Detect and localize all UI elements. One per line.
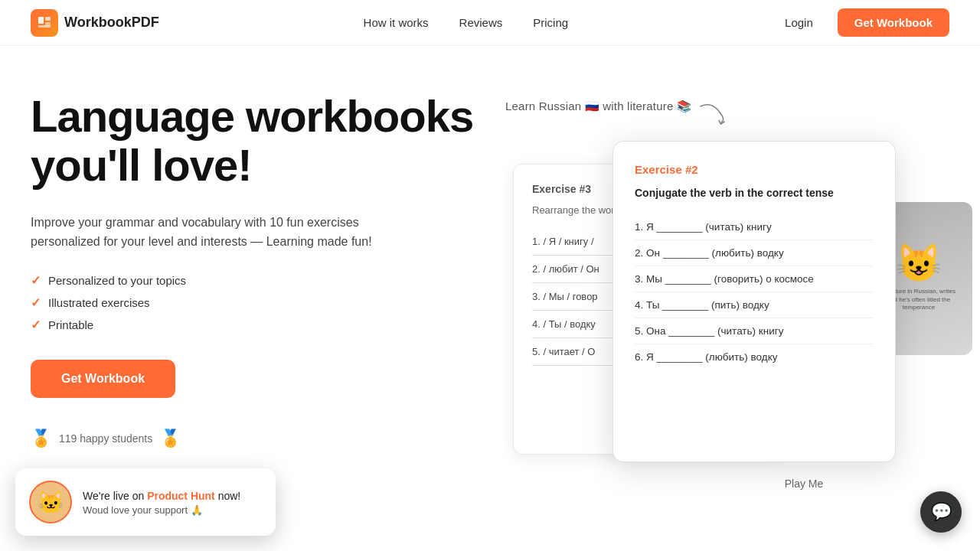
hero-right: Learn Russian 🇷🇺 with literature 📚 Exerc… xyxy=(505,92,949,490)
exercise-front-instruction: Conjugate the verb in the correct tense xyxy=(635,187,874,199)
exercise-front-number: Exercise #2 xyxy=(635,163,874,176)
check-icon-2: ✓ xyxy=(31,295,41,310)
hero-left: Language workbooks you'll love! Improve … xyxy=(31,92,475,490)
login-button[interactable]: Login xyxy=(773,10,825,35)
exercise-item-6: 6. Я ________ (любить) водку xyxy=(635,344,874,370)
exercise-item-3: 3. Мы ________ (говорить) о космосе xyxy=(635,266,874,292)
ph-toast-subtitle: Woud love your support 🙏 xyxy=(83,504,240,516)
svg-rect-0 xyxy=(38,17,44,24)
main-content: Language workbooks you'll love! Improve … xyxy=(0,46,980,520)
nav-actions: Login Get Workbook xyxy=(773,8,949,37)
check-icon-3: ✓ xyxy=(31,318,41,332)
exercise-item-4: 4. Ты ________ (пить) водку xyxy=(635,292,874,318)
learn-label: Learn Russian 🇷🇺 with literature 📚 xyxy=(505,99,691,113)
navbar: WorkbookPDF How it works Reviews Pricing… xyxy=(0,0,980,46)
ph-text-suffix: now! xyxy=(215,490,240,502)
feature-list: ✓ Personalized to your topics ✓ Illustra… xyxy=(31,273,475,332)
product-hunt-link[interactable]: Product Hunt xyxy=(147,490,215,502)
exercise-item-1: 1. Я ________ (читать) книгу xyxy=(635,214,874,240)
check-icon-1: ✓ xyxy=(31,273,41,288)
nav-how-it-works[interactable]: How it works xyxy=(364,16,429,29)
ph-text-prefix: We're live on xyxy=(83,490,147,502)
play-me-label[interactable]: Play Me xyxy=(505,478,949,490)
get-workbook-hero-button[interactable]: Get Workbook xyxy=(31,360,175,398)
ph-avatar: 🐱 xyxy=(29,481,72,523)
ph-toast-content: We're live on Product Hunt now! Woud lov… xyxy=(83,488,240,516)
svg-rect-3 xyxy=(38,25,51,28)
svg-rect-1 xyxy=(45,17,51,21)
exercise-item-5: 5. Она ________ (читать) книгу xyxy=(635,318,874,344)
feature-item-3: ✓ Printable xyxy=(31,318,475,332)
hero-subtitle: Improve your grammar and vocabulary with… xyxy=(31,213,398,252)
exercise-card-front: Exercise #2 Conjugate the verb in the co… xyxy=(612,141,896,462)
logo-icon xyxy=(31,9,58,37)
logo[interactable]: WorkbookPDF xyxy=(31,9,159,37)
product-hunt-toast[interactable]: 🐱 We're live on Product Hunt now! Woud l… xyxy=(15,468,276,536)
chat-icon: 💬 xyxy=(931,502,952,522)
students-count: 119 happy students xyxy=(59,432,152,445)
laurel-left-icon: 🏅 xyxy=(31,429,51,448)
ph-toast-text: We're live on Product Hunt now! xyxy=(83,488,240,504)
hero-title: Language workbooks you'll love! xyxy=(31,92,475,190)
nav-links: How it works Reviews Pricing xyxy=(364,16,569,29)
nav-reviews[interactable]: Reviews xyxy=(459,16,503,29)
logo-text: WorkbookPDF xyxy=(64,15,159,31)
students-row: 🏅 119 happy students 🏅 xyxy=(31,429,475,448)
feature-item-2: ✓ Illustrated exercises xyxy=(31,295,475,310)
exercise-item-2: 2. Он ________ (любить) водку xyxy=(635,240,874,266)
chat-button[interactable]: 💬 xyxy=(920,491,962,533)
arrow-icon xyxy=(697,103,728,126)
nav-pricing[interactable]: Pricing xyxy=(533,16,568,29)
feature-item-1: ✓ Personalized to your topics xyxy=(31,273,475,288)
get-workbook-nav-button[interactable]: Get Workbook xyxy=(838,8,949,37)
laurel-right-icon: 🏅 xyxy=(160,429,181,448)
exercise-cards: Exercise #3 Rearrange the words to... 1.… xyxy=(505,141,949,462)
